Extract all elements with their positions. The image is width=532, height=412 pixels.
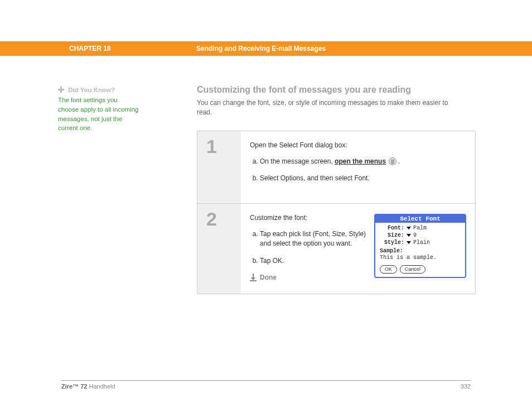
dropdown-icon[interactable] [407,227,411,229]
font-value[interactable]: Palm [413,225,427,231]
product-name: Zire™ 72 Handheld [61,383,115,390]
content-area: Did You Know? The font settings you choo… [0,85,532,294]
did-you-know-title: Did You Know? [68,87,115,93]
step-body: Customize the font: Tap each pick list (… [241,204,475,293]
select-font-dialog: Select Font Font: Palm Size: [374,214,466,278]
page-number: 332 [461,383,471,390]
step-item: On the message screen, open the menus . [260,157,466,166]
step-1: 1 Open the Select Font dialog box: On th… [197,131,475,204]
step-number: 1 [197,131,241,204]
chapter-header-bar: CHAPTER 18 Sending and Receiving E-mail … [0,41,532,56]
step-lead: Open the Select Font dialog box: [250,141,466,149]
style-value[interactable]: Plain [413,239,430,246]
step-item: Select Options, and then select Font. [260,174,466,183]
section-heading: Customizing the font of messages you are… [197,85,460,95]
dialog-row-size: Size: 9 [380,232,461,238]
step-body: Open the Select Font dialog box: On the … [241,131,475,204]
section-intro: You can change the font, size, or style … [197,98,460,117]
arrow-down-icon [250,274,257,281]
step-number: 2 [197,204,241,293]
plus-icon [58,87,64,93]
dropdown-icon[interactable] [407,241,411,244]
menu-icon [389,157,396,165]
dialog-row-style: Style: Plain [380,239,461,246]
done-label: Done [260,274,277,281]
dialog-row-font: Font: Palm [380,225,461,231]
page-footer: Zire™ 72 Handheld 332 [61,380,471,390]
step-item: Tap OK. [260,256,367,266]
sample-text: This is a sample. [380,255,461,261]
size-value[interactable]: 9 [413,232,417,238]
sidebar: Did You Know? The font settings you choo… [0,85,148,294]
open-menus-link[interactable]: open the menus [335,157,386,165]
chapter-label: CHAPTER 18 [69,45,196,52]
dialog-title: Select Font [375,215,465,223]
chapter-title: Sending and Receiving E-mail Messages [196,45,326,52]
step-item: Tap each pick list (Font, Size, Style) a… [260,229,367,248]
cancel-button[interactable]: Cancel [400,265,425,274]
sample-label: Sample: [380,248,461,254]
step-2: 2 Customize the font: Tap each pick list… [197,204,475,293]
did-you-know-body: The font settings you choose apply to al… [58,95,139,133]
dropdown-icon[interactable] [407,234,411,237]
did-you-know-block: Did You Know? The font settings you choo… [58,85,139,133]
main-content: Customizing the font of messages you are… [148,85,460,294]
ok-button[interactable]: OK [380,265,397,274]
steps-box: 1 Open the Select Font dialog box: On th… [197,131,476,294]
step-lead: Customize the font: [250,214,367,222]
done-indicator: Done [250,274,367,281]
